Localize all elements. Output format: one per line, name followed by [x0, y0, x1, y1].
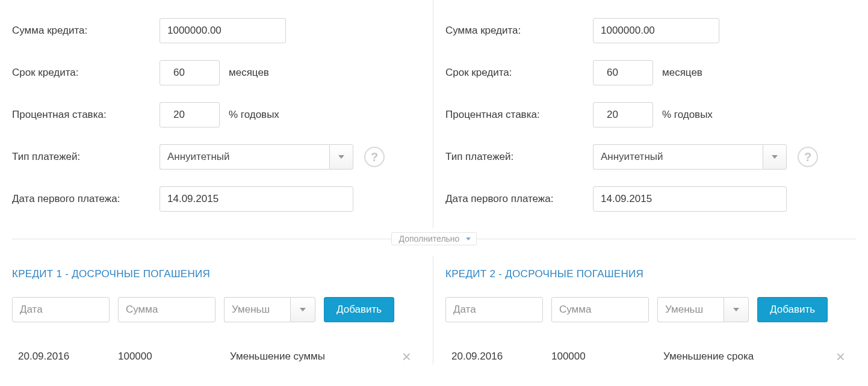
- select-payment-type[interactable]: Аннуитетный: [593, 144, 787, 170]
- input-prepayment-date[interactable]: [12, 297, 110, 322]
- row-loan-term: Срок кредита: месяцев: [445, 60, 855, 85]
- label-loan-term: Срок кредита:: [445, 67, 593, 79]
- input-first-date[interactable]: [593, 186, 787, 212]
- label-loan-amount: Сумма кредита:: [12, 25, 160, 37]
- close-icon[interactable]: ×: [832, 349, 849, 364]
- prepayment-column-2: КРЕДИТ 2 - ДОСРОЧНЫЕ ПОГАШЕНИЯ Уменьш До…: [433, 256, 867, 364]
- input-loan-amount[interactable]: [593, 18, 719, 43]
- divider-label-text: Дополнительно: [399, 234, 460, 244]
- row-interest-rate: Процентная ставка: % годовых: [12, 102, 421, 127]
- row-payment-type: Тип платежей: Аннуитетный ?: [445, 144, 855, 170]
- chevron-down-icon: [733, 308, 739, 311]
- chevron-down-icon: [338, 155, 344, 159]
- divider: Дополнительно: [0, 232, 868, 245]
- row-loan-term: Срок кредита: месяцев: [12, 60, 421, 85]
- suffix-months: месяцев: [662, 67, 702, 79]
- add-row: Уменьш Добавить: [445, 297, 855, 322]
- form-columns: Сумма кредита: Срок кредита: месяцев Про…: [0, 0, 868, 228]
- prepayment-entry: 20.09.2016 100000 Уменьшение суммы ×: [12, 349, 421, 364]
- row-first-payment-date: Дата первого платежа:: [445, 186, 855, 212]
- add-button[interactable]: Добавить: [324, 297, 394, 322]
- close-icon[interactable]: ×: [398, 349, 415, 364]
- input-loan-term[interactable]: [593, 60, 653, 85]
- label-interest-rate: Процентная ставка:: [445, 109, 593, 121]
- entry-type: Уменьшение суммы: [230, 351, 398, 363]
- entry-sum: 100000: [551, 351, 663, 363]
- label-payment-type: Тип платежей:: [445, 151, 593, 163]
- select-payment-type-toggle[interactable]: [763, 144, 787, 170]
- select-reduce-type-value[interactable]: Уменьш: [224, 297, 290, 322]
- help-icon[interactable]: ?: [364, 147, 385, 167]
- row-first-payment-date: Дата первого платежа:: [12, 186, 421, 212]
- section-title-2: КРЕДИТ 2 - ДОСРОЧНЫЕ ПОГАШЕНИЯ: [445, 268, 855, 280]
- help-icon[interactable]: ?: [798, 147, 818, 167]
- label-first-date: Дата первого платежа:: [445, 193, 593, 205]
- prepayment-column-1: КРЕДИТ 1 - ДОСРОЧНЫЕ ПОГАШЕНИЯ Уменьш До…: [0, 256, 433, 364]
- suffix-months: месяцев: [229, 67, 269, 79]
- row-loan-amount: Сумма кредита:: [445, 18, 855, 43]
- suffix-rate: % годовых: [662, 109, 713, 121]
- prepayment-columns: КРЕДИТ 1 - ДОСРОЧНЫЕ ПОГАШЕНИЯ Уменьш До…: [0, 256, 868, 364]
- divider-toggle[interactable]: Дополнительно: [391, 232, 477, 245]
- label-first-date: Дата первого платежа:: [12, 193, 160, 205]
- section-title-1: КРЕДИТ 1 - ДОСРОЧНЫЕ ПОГАШЕНИЯ: [12, 268, 421, 280]
- entry-date: 20.09.2016: [18, 351, 118, 363]
- credit-column-2: Сумма кредита: Срок кредита: месяцев Про…: [433, 0, 867, 228]
- select-payment-type-value[interactable]: Аннуитетный: [593, 144, 763, 170]
- add-row: Уменьш Добавить: [12, 297, 421, 322]
- select-reduce-type-value[interactable]: Уменьш: [657, 297, 724, 322]
- input-first-date[interactable]: [160, 186, 353, 212]
- input-prepayment-sum[interactable]: [551, 297, 649, 322]
- input-loan-term[interactable]: [160, 60, 220, 85]
- chevron-down-icon: [300, 308, 306, 311]
- row-payment-type: Тип платежей: Аннуитетный ?: [12, 144, 421, 170]
- row-loan-amount: Сумма кредита:: [12, 18, 421, 43]
- chevron-down-icon: [772, 155, 778, 159]
- select-reduce-type[interactable]: Уменьш: [657, 297, 749, 322]
- select-payment-type-value[interactable]: Аннуитетный: [160, 144, 329, 170]
- label-payment-type: Тип платежей:: [12, 151, 160, 163]
- select-reduce-type-toggle[interactable]: [290, 297, 315, 322]
- prepayment-entry: 20.09.2016 100000 Уменьшение срока ×: [445, 349, 855, 364]
- input-interest-rate[interactable]: [593, 102, 653, 127]
- input-prepayment-sum[interactable]: [118, 297, 215, 322]
- input-prepayment-date[interactable]: [445, 297, 543, 322]
- row-interest-rate: Процентная ставка: % годовых: [445, 102, 855, 127]
- select-reduce-type-toggle[interactable]: [724, 297, 749, 322]
- select-payment-type[interactable]: Аннуитетный: [160, 144, 353, 170]
- select-reduce-type[interactable]: Уменьш: [224, 297, 315, 322]
- label-loan-amount: Сумма кредита:: [445, 25, 593, 37]
- entry-sum: 100000: [118, 351, 230, 363]
- suffix-rate: % годовых: [229, 109, 279, 121]
- input-loan-amount[interactable]: [160, 18, 286, 43]
- label-loan-term: Срок кредита:: [12, 67, 160, 79]
- select-payment-type-toggle[interactable]: [329, 144, 353, 170]
- chevron-down-icon: [466, 237, 471, 240]
- add-button[interactable]: Добавить: [757, 297, 828, 322]
- entry-type: Уменьшение срока: [663, 351, 832, 363]
- credit-column-1: Сумма кредита: Срок кредита: месяцев Про…: [0, 0, 433, 228]
- input-interest-rate[interactable]: [160, 102, 220, 127]
- entry-date: 20.09.2016: [451, 351, 551, 363]
- label-interest-rate: Процентная ставка:: [12, 109, 160, 121]
